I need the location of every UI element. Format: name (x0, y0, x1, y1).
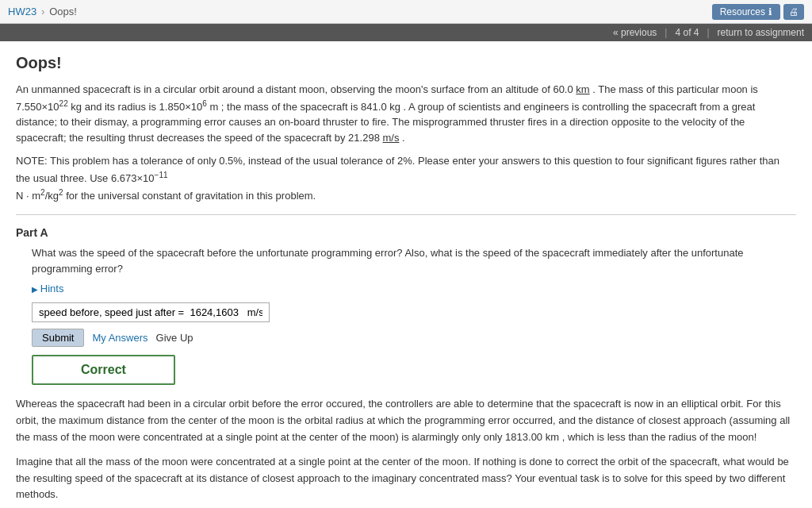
previous-link[interactable]: « previous (613, 27, 657, 38)
note-text: NOTE: This problem has a tolerance of on… (16, 153, 796, 203)
explanation-text-2: Imagine that all the mass of the moon we… (16, 454, 796, 503)
part-a-answer-input[interactable] (32, 302, 270, 322)
divider-1 (16, 214, 796, 215)
problem-text: An unmanned spacecraft is in a circular … (16, 82, 796, 145)
part-a-section: Part A What was the speed of the spacecr… (16, 226, 796, 396)
nav-separator1: | (665, 27, 667, 38)
page-info: 4 of 4 (675, 27, 699, 38)
breadcrumb-separator: › (41, 6, 44, 17)
main-content: Oops! An unmanned spacecraft is in a cir… (0, 41, 812, 508)
part-a-input-row (32, 302, 796, 322)
part-a-header: Part A (16, 226, 796, 239)
secondary-navigation: « previous | 4 of 4 | return to assignme… (0, 24, 812, 41)
part-a-hints-link[interactable]: Hints (32, 283, 796, 294)
breadcrumb-current: Oops! (49, 6, 77, 17)
return-to-assignment-link[interactable]: return to assignment (718, 27, 804, 38)
part-a-submit-button[interactable]: Submit (32, 329, 84, 347)
nav-separator2: | (707, 27, 709, 38)
explanation-text-1: Whereas the spacecraft had been in a cir… (16, 396, 796, 445)
part-a-my-answers-link[interactable]: My Answers (92, 332, 147, 344)
print-icon: 🖨 (789, 6, 799, 17)
breadcrumb: HW23 › Oops! (8, 6, 707, 17)
page-title: Oops! (16, 54, 796, 72)
print-button[interactable]: 🖨 (783, 4, 804, 20)
part-a-correct-badge: Correct (32, 355, 175, 385)
resources-button[interactable]: Resources ℹ (712, 4, 780, 20)
part-a-btn-row: Submit My Answers Give Up (32, 329, 796, 347)
resources-icon: ℹ (768, 6, 772, 17)
part-a-give-up: Give Up (156, 332, 193, 344)
resources-label: Resources (720, 6, 765, 17)
top-navigation: HW23 › Oops! Resources ℹ 🖨 (0, 0, 812, 24)
breadcrumb-hw-link[interactable]: HW23 (8, 6, 36, 17)
part-a-question: What was the speed of the spacecraft bef… (32, 245, 796, 276)
